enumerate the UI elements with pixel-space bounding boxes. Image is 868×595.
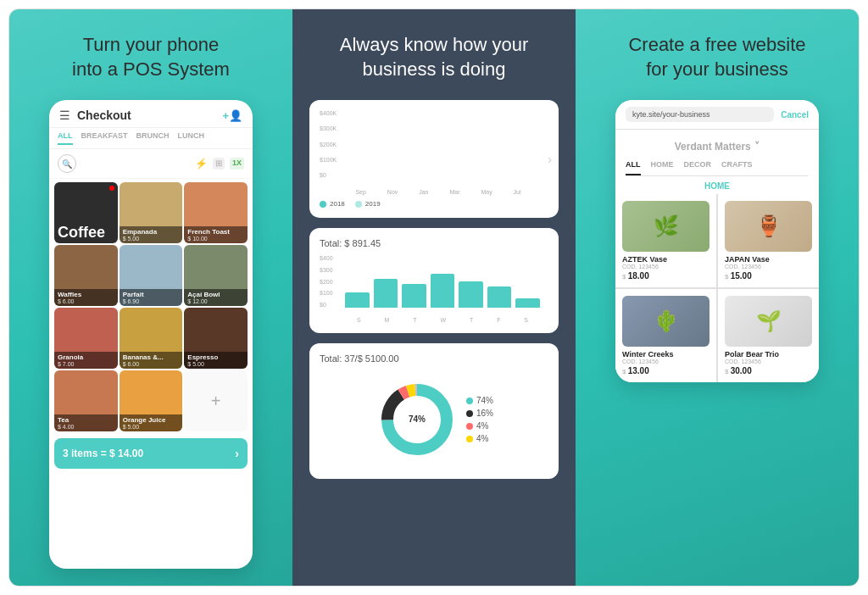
legend-2018: 2018 xyxy=(320,200,345,208)
y-label: $300K xyxy=(320,125,343,131)
x-label: S xyxy=(357,317,361,323)
product-name: JAPAN Vase xyxy=(725,255,812,264)
category-tabs: ALL BREAKFAST BRUNCH LUNCH xyxy=(49,128,253,149)
product-tea[interactable]: Tea $ 4.00 xyxy=(54,370,118,431)
product-aztek-vase[interactable]: 🌿 AZTEK Vase COD. 123456 $ 18.00 xyxy=(615,194,716,287)
x-label: May xyxy=(481,189,492,195)
product-price: $ 18.00 xyxy=(622,271,709,281)
plant-icon: 🌿 xyxy=(654,214,679,238)
legend-label-2019: 2019 xyxy=(365,200,381,208)
product-french-toast[interactable]: French Toast $ 10.00 xyxy=(184,182,248,243)
search-bar: 🔍 ⚡ ⊞ 1X xyxy=(49,149,253,179)
panel1-title: Turn your phone into a POS System xyxy=(72,33,230,81)
product-winter-creeks[interactable]: 🌵 Winter Creeks COD. 123456 $ 13.00 xyxy=(615,289,716,382)
url-bar: kyte.site/your-business Cancel xyxy=(615,100,819,130)
site-nav-all[interactable]: ALL xyxy=(626,160,641,175)
y-label: $300 xyxy=(320,267,343,273)
product-acai-bowl[interactable]: Açaí Bowl $ 12.00 xyxy=(184,245,248,306)
checkout-title: Checkout xyxy=(77,108,222,122)
site-header: Verdant Matters ˅ ALL HOME DECOR CRAFTS xyxy=(615,130,819,176)
legend-label-2018: 2018 xyxy=(330,200,345,208)
product-grid: Coffee Empanada $ 5.00 French Toast $ 10… xyxy=(49,179,253,435)
product-name: Winter Creeks xyxy=(622,350,709,359)
product-label: Açaí Bowl $ 12.00 xyxy=(184,289,248,306)
product-empanada[interactable]: Empanada $ 5.00 xyxy=(120,182,183,243)
add-user-button[interactable]: +👤 xyxy=(222,109,242,122)
product-waffles[interactable]: Waffles $ 6.00 xyxy=(54,245,118,306)
product-espresso[interactable]: Espresso $ 5.00 xyxy=(184,308,248,369)
cactus-icon: 🌵 xyxy=(654,309,679,333)
product-cod: COD. 123456 xyxy=(725,359,812,364)
tag-icon[interactable]: 1X xyxy=(230,158,244,170)
legend-dot xyxy=(466,423,473,430)
x-label: F xyxy=(497,317,500,323)
legend-dot-2019 xyxy=(355,201,362,208)
product-label: Tea $ 4.00 xyxy=(54,414,118,431)
brand-chevron: ˅ xyxy=(754,141,760,153)
filter-icons: ⚡ ⊞ 1X xyxy=(195,158,244,170)
cancel-button[interactable]: Cancel xyxy=(781,110,809,120)
legend-label: 4% xyxy=(476,421,488,431)
x-label: M xyxy=(385,317,390,323)
chevron-right-icon[interactable]: › xyxy=(548,153,552,166)
checkout-label: 3 items = $ 14.00 xyxy=(63,448,143,459)
product-price: $ 30.00 xyxy=(725,366,812,375)
product-granola[interactable]: Granola $ 7.00 xyxy=(54,308,118,369)
grid-icon[interactable]: ⊞ xyxy=(213,158,225,170)
panel-analytics: Always know how your business is doing $… xyxy=(292,9,576,586)
notification-dot xyxy=(109,186,114,191)
bar-weekly xyxy=(402,284,426,308)
donut-chart-card: Total: 37/$ 5100.00 74% xyxy=(309,343,559,479)
legend-item: 4% xyxy=(466,434,493,443)
x-label: W xyxy=(440,317,446,323)
product-polar-bear-trio[interactable]: 🌱 Polar Bear Trio COD. 123456 $ 30.00 xyxy=(718,289,819,382)
product-image: 🌿 xyxy=(622,201,709,252)
bar-weekly xyxy=(374,279,398,308)
product-image: 🏺 xyxy=(725,201,812,252)
site-nav-decor[interactable]: DECOR xyxy=(684,160,712,175)
product-label: Bananas &... $ 6.00 xyxy=(120,352,183,369)
tab-lunch[interactable]: LUNCH xyxy=(178,131,205,145)
url-input[interactable]: kyte.site/your-business xyxy=(626,107,774,122)
x-labels2: S M T W T F S xyxy=(345,317,540,323)
product-japan-vase[interactable]: 🏺 JAPAN Vase COD. 123456 $ 15.00 xyxy=(718,194,819,287)
search-icon[interactable]: 🔍 xyxy=(58,154,76,173)
panel2-title: Always know how your business is doing xyxy=(340,33,529,81)
site-nav: ALL HOME DECOR CRAFTS xyxy=(626,160,809,176)
add-product-button[interactable]: + xyxy=(184,370,248,431)
product-label: Empanada $ 5.00 xyxy=(120,226,183,243)
product-bananas[interactable]: Bananas &... $ 6.00 xyxy=(120,308,183,369)
panel3-title: Create a free website for your business xyxy=(628,33,805,81)
x-label: Mar xyxy=(449,189,459,195)
chart-legend: 2018 2019 xyxy=(320,200,548,208)
y-label: $400 xyxy=(320,255,343,261)
y-label: $0 xyxy=(320,302,343,308)
legend-dot xyxy=(466,436,473,442)
product-cod: COD. 123456 xyxy=(725,264,812,270)
donut-legend: 74% 16% 4% 4% xyxy=(466,396,493,443)
bar-weekly xyxy=(487,286,512,308)
panel-pos: Turn your phone into a POS System ☰ Chec… xyxy=(9,9,292,586)
tab-breakfast[interactable]: BREAKFAST xyxy=(81,131,128,145)
tab-all[interactable]: ALL xyxy=(58,131,73,145)
bar-weekly xyxy=(431,274,455,308)
hamburger-icon[interactable]: ☰ xyxy=(59,108,70,122)
site-nav-crafts[interactable]: CRAFTS xyxy=(721,160,753,175)
product-orange-juice[interactable]: Orange Juice $ 5.00 xyxy=(120,370,183,431)
y-label: $200 xyxy=(320,279,343,285)
y-label: $0 xyxy=(320,172,343,178)
tab-brunch[interactable]: BRUNCH xyxy=(136,131,170,145)
product-parfait[interactable]: Parfait $ 6.90 xyxy=(120,245,183,306)
product-price: $ 15.00 xyxy=(725,271,812,281)
x-label: S xyxy=(524,317,528,323)
site-nav-home[interactable]: HOME xyxy=(651,160,674,175)
product-label: Orange Juice $ 5.00 xyxy=(120,414,183,431)
product-label: Parfait $ 6.90 xyxy=(120,289,183,306)
checkout-bar[interactable]: 3 items = $ 14.00 › xyxy=(54,438,248,469)
legend-dot xyxy=(466,410,473,417)
plant-small-icon: 🌱 xyxy=(756,309,782,333)
product-cod: COD. 123456 xyxy=(622,264,709,270)
x-label: T xyxy=(470,317,473,323)
lightning-icon[interactable]: ⚡ xyxy=(195,158,208,170)
product-coffee[interactable]: Coffee xyxy=(54,182,118,243)
